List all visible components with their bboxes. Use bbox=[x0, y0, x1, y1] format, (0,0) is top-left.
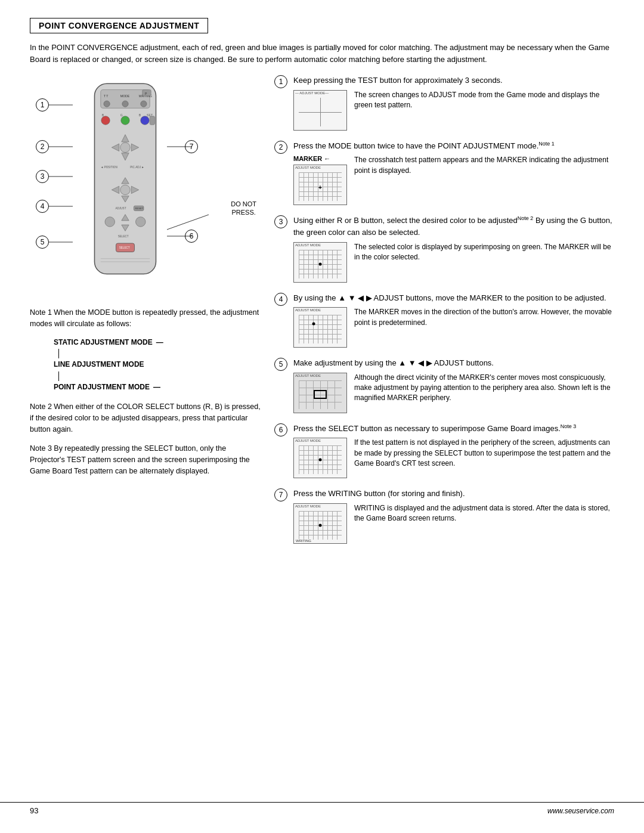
step-2-text: Press the MODE button twice to have the … bbox=[293, 140, 614, 152]
svg-text:T  T: T T bbox=[104, 94, 109, 98]
mode-connector-1 bbox=[58, 349, 59, 358]
svg-text:◄ POSITION: ◄ POSITION bbox=[101, 166, 117, 169]
remote-label-5: 5 bbox=[36, 236, 49, 249]
marker-dot-4 bbox=[312, 322, 315, 325]
step-6: 6 Press the SELECT button as necessary t… bbox=[274, 423, 614, 479]
screen-label-6: ADJUST MODE bbox=[295, 439, 321, 442]
marker-dot-3 bbox=[319, 262, 322, 265]
step-5-image-row: ADJUST MODE Although the direct vicinity… bbox=[293, 373, 614, 413]
svg-point-6 bbox=[122, 101, 128, 107]
screen-label-5: ADJUST MODE bbox=[295, 374, 321, 377]
screen-box-1: — ADJUST MODE— bbox=[293, 90, 347, 131]
svg-point-29 bbox=[120, 185, 130, 194]
step-6-circle: 6 bbox=[274, 423, 287, 436]
screen-box-5: ADJUST MODE bbox=[293, 373, 347, 413]
step-1-content: Keep pressing the TEST button for approx… bbox=[293, 75, 614, 131]
header-box: POINT CONVERGENCE ADJUSTMENT bbox=[30, 18, 208, 33]
left-column: 1 2 3 4 5 6 7 DO NOTPRESS. T bbox=[30, 75, 262, 485]
main-content: 1 2 3 4 5 6 7 DO NOTPRESS. T bbox=[30, 75, 614, 553]
remote-illustration: 1 2 3 4 5 6 7 DO NOTPRESS. T bbox=[30, 75, 262, 301]
marker-label: MARKER ← bbox=[293, 155, 347, 162]
step-4-text: By using the ▲ ▼ ◀ ▶ ADJUST buttons, mov… bbox=[293, 292, 614, 304]
screen-box-7: ADJUST MODE WRITING bbox=[293, 503, 347, 544]
svg-point-14 bbox=[101, 116, 110, 125]
remote-label-2: 2 bbox=[36, 140, 49, 153]
step-4-screen: ADJUST MODE bbox=[293, 307, 347, 348]
screen-box-6: ADJUST MODE bbox=[293, 438, 347, 478]
remote-svg: T T MODE WRITING P B G B SET bbox=[60, 80, 191, 283]
writing-label: WRITING bbox=[295, 539, 312, 543]
step-2: 2 Press the MODE button twice to have th… bbox=[274, 140, 614, 206]
page-title: POINT CONVERGENCE ADJUSTMENT bbox=[39, 21, 199, 30]
svg-text:SELECT: SELECT bbox=[119, 246, 130, 249]
screen-dividers-7 bbox=[299, 511, 342, 540]
screen-dividers-3 bbox=[299, 250, 342, 278]
footer: 93 www.seuservice.com bbox=[0, 802, 644, 815]
mode-static: STATIC ADJUSTMENT MODE — bbox=[54, 336, 262, 349]
note-3-text: Note 3 By repeatedly pressing the SELECT… bbox=[30, 444, 250, 476]
website-url: www.seuservice.com bbox=[547, 807, 614, 815]
svg-text:P: P bbox=[145, 92, 147, 95]
remote-label-1: 1 bbox=[36, 98, 49, 112]
step-3-text: Using either R or B button, select the d… bbox=[293, 215, 614, 238]
marker-dot-6 bbox=[319, 459, 322, 462]
step-5-content: Make adjustment by using the ▲ ▼ ◀ ▶ ADJ… bbox=[293, 357, 614, 413]
quad-v-1 bbox=[320, 98, 321, 126]
step-2-image-row: MARKER ← ADJUST MODE The crosshatch test… bbox=[293, 155, 614, 205]
note-3: Note 3 By repeatedly pressing the SELECT… bbox=[30, 443, 262, 478]
note-1: Note 1 When the MODE button is repeatedl… bbox=[30, 307, 262, 394]
screen-label-2: ADJUST MODE bbox=[295, 166, 321, 169]
screen-label-1: — ADJUST MODE— bbox=[295, 91, 329, 95]
step-1-screen: — ADJUST MODE— bbox=[293, 90, 347, 131]
svg-point-16 bbox=[141, 116, 149, 125]
screen-box-4: ADJUST MODE bbox=[293, 307, 347, 348]
svg-text:B: B bbox=[102, 113, 104, 117]
step-5-desc: Although the direct vicinity of the MARK… bbox=[354, 373, 614, 404]
step-3-circle: 3 bbox=[274, 215, 287, 228]
svg-text:RESET: RESET bbox=[135, 207, 143, 210]
intro-paragraph: In the POINT CONVERGENCE adjustment, eac… bbox=[30, 42, 614, 65]
step-6-content: Press the SELECT button as necessary to … bbox=[293, 423, 614, 479]
step-3-content: Using either R or B button, select the d… bbox=[293, 215, 614, 282]
step-2-circle: 2 bbox=[274, 141, 287, 154]
screen-box-3: ADJUST MODE bbox=[293, 242, 347, 283]
step-4: 4 By using the ▲ ▼ ◀ ▶ ADJUST buttons, m… bbox=[274, 292, 614, 348]
step-4-content: By using the ▲ ▼ ◀ ▶ ADJUST buttons, mov… bbox=[293, 292, 614, 348]
svg-rect-17 bbox=[150, 116, 154, 125]
screen-label-4: ADJUST MODE bbox=[295, 308, 321, 312]
step-6-image-row: ADJUST MODE If the test pattern is not d… bbox=[293, 438, 614, 478]
page-number: 93 bbox=[30, 806, 38, 815]
grid-4 bbox=[299, 315, 342, 343]
step-4-image-row: ADJUST MODE The MARKER moves in the dire… bbox=[293, 307, 614, 348]
step-7-text: Press the WRITING button (for storing an… bbox=[293, 488, 614, 500]
step-5-screen: ADJUST MODE bbox=[293, 373, 347, 413]
step-4-circle: 4 bbox=[274, 293, 287, 306]
screen-dividers-4 bbox=[299, 315, 342, 343]
step-7-image-row: ADJUST MODE WRITING WRITING is displayed… bbox=[293, 503, 614, 544]
screen-dividers-6 bbox=[299, 445, 342, 474]
step-1: 1 Keep pressing the TEST button for appr… bbox=[274, 75, 614, 131]
step-7-desc: WRITING is displayed and the adjustment … bbox=[354, 503, 614, 524]
svg-point-36 bbox=[136, 217, 145, 227]
step-3-screen: ADJUST MODE bbox=[293, 242, 347, 283]
step-7-circle: 7 bbox=[274, 488, 287, 501]
step-1-image-row: — ADJUST MODE— The screen changes to ADJ… bbox=[293, 90, 614, 131]
mode-point: POINT ADJUSTMENT MODE — bbox=[54, 381, 262, 394]
step-6-screen: ADJUST MODE bbox=[293, 438, 347, 478]
step-6-text: Press the SELECT button as necessary to … bbox=[293, 423, 614, 435]
marker-cross-2 bbox=[318, 182, 322, 191]
mode-diagram: STATIC ADJUSTMENT MODE — LINE ADJUSTMENT… bbox=[54, 336, 262, 394]
screen-label-3: ADJUST MODE bbox=[295, 243, 321, 247]
step-6-desc: If the test pattern is not displayed in … bbox=[354, 438, 614, 469]
note-2: Note 2 When either of the COLOR SELECT b… bbox=[30, 401, 262, 436]
svg-point-5 bbox=[104, 101, 110, 107]
step-5-circle: 5 bbox=[274, 358, 287, 371]
note-1-text: Note 1 When the MODE button is repeatedl… bbox=[30, 308, 259, 328]
step-1-desc: The screen changes to ADJUST mode from t… bbox=[354, 90, 614, 111]
step-2-screen-area: MARKER ← ADJUST MODE bbox=[293, 155, 347, 205]
screen-box-2: ADJUST MODE bbox=[293, 165, 347, 205]
svg-text:G: G bbox=[120, 113, 123, 117]
screen-label-7: ADJUST MODE bbox=[295, 504, 321, 508]
step-3: 3 Using either R or B button, select the… bbox=[274, 215, 614, 282]
step-2-desc: The crosshatch test pattern appears and … bbox=[354, 155, 614, 176]
